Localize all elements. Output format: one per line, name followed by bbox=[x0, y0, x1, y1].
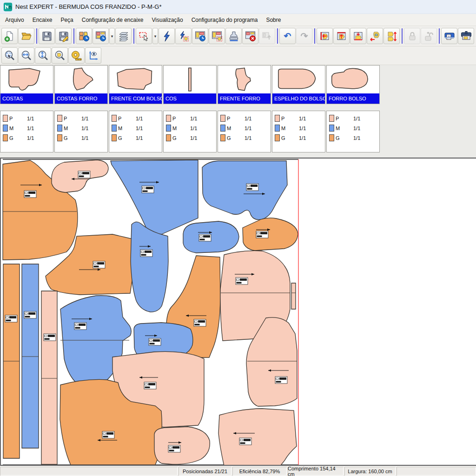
bolt-button[interactable] bbox=[159, 28, 175, 44]
gallery-item-costas-forro[interactable]: COSTAS FORRO bbox=[54, 65, 108, 104]
marker-piece-group-p11 bbox=[291, 283, 296, 309]
doc-new-button[interactable] bbox=[1, 28, 18, 44]
size-row-m[interactable]: M1/1 bbox=[275, 123, 325, 133]
marker-piece-cos-p[interactable] bbox=[41, 291, 57, 464]
axes-view-button[interactable] bbox=[85, 47, 101, 64]
size-row-p[interactable]: P1/1 bbox=[166, 113, 216, 123]
size-letter: M bbox=[64, 126, 71, 131]
size-row-m[interactable]: M1/1 bbox=[3, 123, 53, 133]
size-swatch-icon bbox=[166, 134, 171, 141]
marker-piece-forro-bolso-g[interactable] bbox=[243, 218, 298, 251]
gallery-item-frente-com-bolso[interactable]: FRENTE COM BOLSO bbox=[109, 65, 162, 104]
size-row-m[interactable]: M1/1 bbox=[329, 123, 379, 133]
marker-canvas-area[interactable] bbox=[0, 158, 476, 466]
size-row-p[interactable]: P1/1 bbox=[220, 113, 271, 123]
save-as-button[interactable] bbox=[55, 28, 72, 44]
nest-export-button bbox=[259, 28, 275, 44]
stamp-button[interactable] bbox=[225, 28, 242, 44]
save-button[interactable] bbox=[39, 28, 55, 44]
align-left-button[interactable] bbox=[317, 28, 333, 44]
size-row-m[interactable]: M1/1 bbox=[112, 123, 162, 133]
menu-configuracao-de-encaixe[interactable]: Configuração de encaixe bbox=[78, 15, 148, 25]
piece-shift-left-button[interactable] bbox=[367, 28, 383, 44]
size-row-g[interactable]: G1/1 bbox=[329, 133, 379, 143]
marker-piece-espelho-do-bolso-p[interactable] bbox=[291, 283, 296, 309]
menu-sobre[interactable]: Sobre bbox=[262, 15, 285, 25]
lock-button bbox=[404, 28, 420, 44]
zoom-width-button[interactable] bbox=[18, 47, 34, 64]
nest-export-icon bbox=[261, 30, 273, 42]
size-letter: M bbox=[227, 126, 234, 131]
nest-piece-button[interactable] bbox=[209, 28, 225, 44]
gallery-item-espelho-do-bolso[interactable]: ESPELHO DO BOLSO bbox=[272, 65, 325, 104]
size-swatch-icon bbox=[57, 134, 62, 141]
nest-clock-button[interactable] bbox=[192, 28, 208, 44]
marker-piece-espelho-do-bolso-p[interactable] bbox=[154, 427, 210, 464]
save-as-icon bbox=[58, 30, 70, 42]
gallery-item-frente-forro[interactable]: FRENTE FORRO bbox=[218, 65, 271, 104]
marker-piece-cos-m[interactable] bbox=[22, 264, 39, 448]
tape-measure-button[interactable] bbox=[68, 47, 85, 64]
size-row-g[interactable]: G1/1 bbox=[57, 133, 107, 143]
size-row-p[interactable]: P1/1 bbox=[112, 113, 162, 123]
save-icon bbox=[41, 30, 53, 42]
size-swatch-icon bbox=[329, 115, 334, 122]
marker-piece-costas-m[interactable] bbox=[111, 160, 198, 239]
align-bottom-button[interactable] bbox=[350, 28, 366, 44]
plotter-icon: D bbox=[443, 30, 456, 42]
size-row-g[interactable]: G1/1 bbox=[166, 133, 216, 143]
menu-encaixe[interactable]: Encaixe bbox=[28, 15, 57, 25]
align-bottom-icon bbox=[352, 30, 364, 42]
piece-info-label bbox=[142, 186, 154, 193]
nest-view-button[interactable] bbox=[93, 28, 109, 44]
size-row-p[interactable]: P1/1 bbox=[3, 113, 53, 123]
size-row-g[interactable]: G1/1 bbox=[112, 133, 162, 143]
size-count: 1/1 bbox=[299, 116, 306, 121]
size-row-p[interactable]: P1/1 bbox=[275, 113, 325, 123]
piece-stretch-height-button[interactable] bbox=[383, 28, 400, 44]
nest-auto-button[interactable] bbox=[76, 28, 92, 44]
size-row-g[interactable]: G1/1 bbox=[220, 133, 271, 143]
size-row-m[interactable]: M1/1 bbox=[166, 123, 216, 133]
nest-view-dropdown[interactable]: ▾ bbox=[109, 28, 115, 44]
marker-piece-group-p20 bbox=[218, 409, 297, 465]
size-count: 1/1 bbox=[190, 126, 197, 131]
layers-button[interactable] bbox=[115, 28, 132, 44]
size-row-g[interactable]: G1/1 bbox=[3, 133, 53, 143]
size-row-p[interactable]: P1/1 bbox=[57, 113, 107, 123]
gallery-item-costas[interactable]: COSTAS bbox=[0, 65, 53, 104]
bolt-piece-button[interactable] bbox=[175, 28, 192, 44]
gallery-item-cos[interactable]: COS bbox=[163, 65, 217, 104]
select-area-button[interactable] bbox=[136, 28, 152, 44]
size-row-m[interactable]: M1/1 bbox=[220, 123, 271, 133]
size-quantity-panel: P1/1M1/1G1/1P1/1M1/1G1/1P1/1M1/1G1/1P1/1… bbox=[0, 111, 476, 152]
zoom-height-button[interactable] bbox=[35, 47, 51, 64]
folder-open-button[interactable] bbox=[18, 28, 34, 44]
tape-measure-icon bbox=[71, 50, 83, 62]
select-area-dropdown[interactable]: ▾ bbox=[152, 28, 158, 44]
size-row-p[interactable]: P1/1 bbox=[329, 113, 379, 123]
menu-configuracao-do-programa[interactable]: Configuração do programa bbox=[187, 15, 262, 25]
piece-preview bbox=[327, 66, 379, 93]
marker-piece-frente-com-bolso-p[interactable] bbox=[218, 409, 297, 465]
menu-arquivo[interactable]: Arquivo bbox=[1, 15, 28, 25]
align-top-button[interactable] bbox=[333, 28, 350, 44]
plotter-button[interactable]: D bbox=[441, 28, 457, 44]
menu-visualizacao[interactable]: Visualização bbox=[148, 15, 187, 25]
zoom-piece-button[interactable] bbox=[52, 47, 68, 64]
marker-piece-frente-com-bolso-m[interactable] bbox=[202, 161, 287, 220]
marker-piece-group-p6 bbox=[243, 218, 298, 251]
zoom-area-button[interactable] bbox=[1, 47, 18, 64]
gallery-item-forro-bolso[interactable]: FORRO BOLSO bbox=[326, 65, 380, 104]
nest-delete-button[interactable] bbox=[242, 28, 258, 44]
size-row-m[interactable]: M1/1 bbox=[57, 123, 107, 133]
marker-piece-costas-forro-m[interactable] bbox=[131, 222, 168, 312]
unlock-button bbox=[421, 28, 437, 44]
size-row-g[interactable]: G1/1 bbox=[275, 133, 325, 143]
undo-button[interactable]: ↶ bbox=[279, 28, 296, 44]
marker-svg[interactable] bbox=[1, 159, 476, 465]
status-length: Comprimento 154,14 cm bbox=[288, 467, 344, 476]
menu-peca[interactable]: Peça bbox=[56, 15, 77, 25]
marker-piece-group-p8 bbox=[131, 222, 168, 312]
cutter-button[interactable] bbox=[458, 28, 474, 44]
